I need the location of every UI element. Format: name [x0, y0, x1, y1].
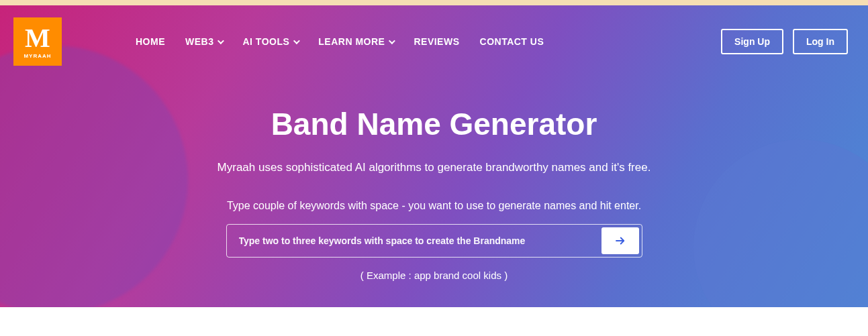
auth-buttons: Sign Up Log In: [721, 29, 848, 54]
nav-label: REVIEWS: [414, 36, 459, 47]
arrow-right-icon: [614, 235, 626, 247]
chevron-down-icon: [389, 38, 395, 44]
nav-reviews[interactable]: REVIEWS: [414, 36, 459, 47]
page-subtitle: Myraah uses sophisticated AI algorithms …: [132, 161, 736, 174]
instruction-text: Type couple of keywords with space - you…: [132, 200, 736, 212]
hero-content: Band Name Generator Myraah uses sophisti…: [132, 66, 736, 281]
chevron-down-icon: [293, 38, 300, 44]
login-button[interactable]: Log In: [793, 29, 848, 54]
nav-home[interactable]: HOME: [136, 36, 165, 47]
nav-learn-more[interactable]: LEARN MORE: [318, 36, 393, 47]
nav-label: LEARN MORE: [318, 36, 385, 47]
signup-button[interactable]: Sign Up: [721, 29, 783, 54]
nav-label: CONTACT US: [480, 36, 544, 47]
example-text: ( Example : app brand cool kids ): [132, 270, 736, 281]
submit-button[interactable]: [601, 227, 639, 254]
logo[interactable]: M MYRAAH: [13, 17, 62, 66]
search-form: [226, 224, 642, 258]
logo-letter: M: [25, 25, 50, 52]
page-title: Band Name Generator: [132, 106, 736, 142]
nav-label: AI TOOLS: [242, 36, 289, 47]
hero-section: M MYRAAH HOME WEB3 AI TOOLS LEARN MORE R…: [0, 5, 868, 307]
main-nav: HOME WEB3 AI TOOLS LEARN MORE REVIEWS CO…: [136, 36, 544, 47]
footer-gap: [0, 307, 868, 336]
keyword-input[interactable]: [230, 227, 601, 254]
nav-label: WEB3: [185, 36, 213, 47]
header: M MYRAAH HOME WEB3 AI TOOLS LEARN MORE R…: [0, 5, 868, 66]
nav-ai-tools[interactable]: AI TOOLS: [242, 36, 298, 47]
top-stripe: [0, 0, 868, 5]
nav-contact[interactable]: CONTACT US: [480, 36, 544, 47]
chevron-down-icon: [218, 38, 224, 44]
nav-web3[interactable]: WEB3: [185, 36, 222, 47]
logo-text: MYRAAH: [23, 53, 51, 59]
nav-label: HOME: [136, 36, 165, 47]
